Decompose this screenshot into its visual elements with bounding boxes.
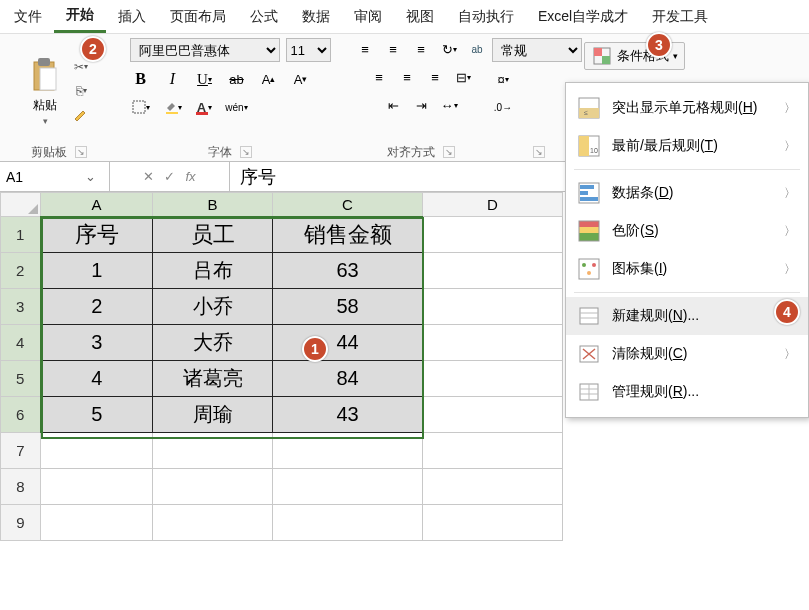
rtl-button[interactable]: ↔▾ xyxy=(438,94,460,116)
name-box-dropdown[interactable]: ⌄ xyxy=(80,169,100,184)
paste-button[interactable]: 粘贴 ▾ xyxy=(25,51,65,130)
cell-B5[interactable]: 诸葛亮 xyxy=(153,361,273,397)
cell-B9[interactable] xyxy=(153,505,273,541)
align-top[interactable]: ≡ xyxy=(354,38,376,60)
menu-icon-sets[interactable]: 图标集(I) 〉 xyxy=(566,250,808,288)
align-bottom[interactable]: ≡ xyxy=(410,38,432,60)
align-left[interactable]: ≡ xyxy=(368,66,390,88)
cell-A5[interactable]: 4 xyxy=(41,361,153,397)
cell-D2[interactable] xyxy=(423,253,563,289)
col-header-C[interactable]: C xyxy=(273,193,423,217)
cell-B4[interactable]: 大乔 xyxy=(153,325,273,361)
cell-C6[interactable]: 43 xyxy=(273,397,423,433)
cell-A4[interactable]: 3 xyxy=(41,325,153,361)
cell-D3[interactable] xyxy=(423,289,563,325)
decrease-indent[interactable]: ⇤ xyxy=(382,94,404,116)
fill-color-button[interactable]: ▾ xyxy=(162,96,184,118)
row-header-8[interactable]: 8 xyxy=(1,469,41,505)
font-size-select[interactable]: 11 xyxy=(286,38,331,62)
cell-C8[interactable] xyxy=(273,469,423,505)
tab-file[interactable]: 文件 xyxy=(2,2,54,32)
cancel-icon[interactable]: ✕ xyxy=(143,169,154,184)
cell-C2[interactable]: 63 xyxy=(273,253,423,289)
cell-A7[interactable] xyxy=(41,433,153,469)
name-box-input[interactable] xyxy=(0,169,80,185)
menu-new-rule[interactable]: 新建规则(N)... 4 xyxy=(566,297,808,335)
cell-C3[interactable]: 58 xyxy=(273,289,423,325)
orientation-button[interactable]: ↻▾ xyxy=(438,38,460,60)
cell-A9[interactable] xyxy=(41,505,153,541)
increase-decimal[interactable]: .0→ xyxy=(492,96,514,118)
font-color-button[interactable]: A▾ xyxy=(194,96,216,118)
cell-B3[interactable]: 小乔 xyxy=(153,289,273,325)
shrink-font-button[interactable]: A▾ xyxy=(290,68,312,90)
cell-C7[interactable] xyxy=(273,433,423,469)
align-launcher[interactable]: ↘ xyxy=(443,146,455,158)
cell-B7[interactable] xyxy=(153,433,273,469)
row-header-4[interactable]: 4 xyxy=(1,325,41,361)
menu-top-bottom-rules[interactable]: 10 最前/最后规则(T) 〉 xyxy=(566,127,808,165)
currency-button[interactable]: ¤▾ xyxy=(492,68,514,90)
font-launcher[interactable]: ↘ xyxy=(240,146,252,158)
cell-D5[interactable] xyxy=(423,361,563,397)
cell-B8[interactable] xyxy=(153,469,273,505)
enter-icon[interactable]: ✓ xyxy=(164,169,175,184)
col-header-B[interactable]: B xyxy=(153,193,273,217)
italic-button[interactable]: I xyxy=(162,68,184,90)
tab-formulas[interactable]: 公式 xyxy=(238,2,290,32)
wrap-text-button[interactable]: ab xyxy=(466,38,488,60)
name-box[interactable]: ⌄ xyxy=(0,162,110,191)
row-header-6[interactable]: 6 xyxy=(1,397,41,433)
tab-custom[interactable]: Excel自学成才 xyxy=(526,2,640,32)
number-launcher[interactable]: ↘ xyxy=(533,146,545,158)
increase-indent[interactable]: ⇥ xyxy=(410,94,432,116)
menu-manage-rules[interactable]: 管理规则(R)... xyxy=(566,373,808,411)
cell-A8[interactable] xyxy=(41,469,153,505)
align-right[interactable]: ≡ xyxy=(424,66,446,88)
row-header-7[interactable]: 7 xyxy=(1,433,41,469)
col-header-A[interactable]: A xyxy=(41,193,153,217)
tab-pagelayout[interactable]: 页面布局 xyxy=(158,2,238,32)
phonetic-button[interactable]: wén▾ xyxy=(226,96,248,118)
row-header-3[interactable]: 3 xyxy=(1,289,41,325)
clipboard-launcher[interactable]: ↘ xyxy=(75,146,87,158)
cell-A3[interactable]: 2 xyxy=(41,289,153,325)
cell-D6[interactable] xyxy=(423,397,563,433)
tab-home[interactable]: 开始 xyxy=(54,0,106,33)
number-format-select[interactable]: 常规 xyxy=(492,38,582,62)
menu-color-scales[interactable]: 色阶(S) 〉 xyxy=(566,212,808,250)
bold-button[interactable]: B xyxy=(130,68,152,90)
cell-B6[interactable]: 周瑜 xyxy=(153,397,273,433)
cell-D4[interactable] xyxy=(423,325,563,361)
menu-highlight-rules[interactable]: ≤ 突出显示单元格规则(H) 〉 xyxy=(566,89,808,127)
col-header-D[interactable]: D xyxy=(423,193,563,217)
cell-B1[interactable]: 员工 xyxy=(153,217,273,253)
tab-view[interactable]: 视图 xyxy=(394,2,446,32)
cell-B2[interactable]: 吕布 xyxy=(153,253,273,289)
cell-C5[interactable]: 84 xyxy=(273,361,423,397)
format-painter-button[interactable] xyxy=(69,105,93,125)
select-all-corner[interactable] xyxy=(1,193,41,217)
cell-D9[interactable] xyxy=(423,505,563,541)
copy-button[interactable]: ⎘▾ xyxy=(69,81,93,101)
row-header-2[interactable]: 2 xyxy=(1,253,41,289)
tab-data[interactable]: 数据 xyxy=(290,2,342,32)
tab-developer[interactable]: 开发工具 xyxy=(640,2,720,32)
grow-font-button[interactable]: A▴ xyxy=(258,68,280,90)
row-header-5[interactable]: 5 xyxy=(1,361,41,397)
underline-button[interactable]: U▾ xyxy=(194,68,216,90)
tab-autorun[interactable]: 自动执行 xyxy=(446,2,526,32)
font-name-select[interactable]: 阿里巴巴普惠体 xyxy=(130,38,280,62)
tab-insert[interactable]: 插入 xyxy=(106,2,158,32)
menu-data-bars[interactable]: 数据条(D) 〉 xyxy=(566,174,808,212)
cell-A2[interactable]: 1 xyxy=(41,253,153,289)
align-middle[interactable]: ≡ xyxy=(382,38,404,60)
align-center[interactable]: ≡ xyxy=(396,66,418,88)
cell-C9[interactable] xyxy=(273,505,423,541)
fx-icon[interactable]: fx xyxy=(185,169,195,184)
strike-button[interactable]: ab xyxy=(226,68,248,90)
cell-D7[interactable] xyxy=(423,433,563,469)
cell-C1[interactable]: 销售金额 xyxy=(273,217,423,253)
tab-review[interactable]: 审阅 xyxy=(342,2,394,32)
merge-button[interactable]: ⊟▾ xyxy=(452,66,474,88)
